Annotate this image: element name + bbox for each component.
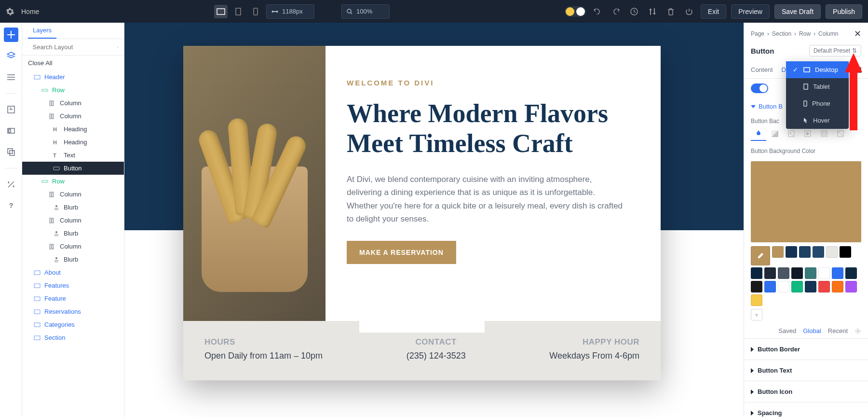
palette-color[interactable] bbox=[845, 267, 857, 279]
palette-color[interactable] bbox=[764, 281, 776, 292]
palette-color[interactable] bbox=[751, 267, 762, 279]
redo-button[interactable] bbox=[609, 5, 623, 18]
palette-color[interactable] bbox=[751, 294, 762, 306]
tree-reservations[interactable]: Reservations bbox=[22, 305, 124, 318]
palette-color[interactable] bbox=[751, 281, 762, 292]
search-layout-input[interactable] bbox=[33, 43, 114, 51]
palette-color[interactable] bbox=[778, 281, 789, 292]
palette-color[interactable] bbox=[813, 246, 824, 258]
rail-icon-6[interactable] bbox=[4, 145, 18, 159]
rail-icon-3[interactable] bbox=[4, 70, 18, 84]
device-option-hover[interactable]: Hover bbox=[786, 112, 849, 129]
save-draft-button[interactable]: Save Draft bbox=[774, 4, 821, 19]
tree-heading[interactable]: HHeading bbox=[22, 123, 124, 136]
device-option-phone[interactable]: Phone bbox=[786, 95, 849, 112]
acc-border[interactable]: Button Border bbox=[744, 338, 868, 360]
add-color-button[interactable]: + bbox=[751, 309, 762, 320]
device-phone-button[interactable] bbox=[249, 5, 262, 18]
power-icon[interactable] bbox=[682, 5, 696, 18]
palette-color[interactable] bbox=[832, 267, 843, 279]
close-panel-icon[interactable]: ✕ bbox=[854, 28, 861, 39]
bc-column[interactable]: Column bbox=[818, 30, 838, 37]
bc-page[interactable]: Page bbox=[751, 30, 764, 37]
tree-column[interactable]: Column bbox=[22, 240, 124, 253]
bg-tab-video[interactable] bbox=[800, 127, 815, 141]
filter-global[interactable]: Global bbox=[803, 327, 821, 334]
responsive-icon[interactable] bbox=[854, 67, 861, 73]
tree-column[interactable]: Column bbox=[22, 188, 124, 201]
palette-color[interactable] bbox=[799, 246, 811, 258]
palette-color[interactable] bbox=[805, 281, 816, 292]
color-preview[interactable] bbox=[751, 161, 861, 242]
tree-row[interactable]: Row bbox=[22, 175, 124, 188]
bc-section[interactable]: Section bbox=[772, 30, 791, 37]
tree-row[interactable]: Row bbox=[22, 83, 124, 97]
filter-recent[interactable]: Recent bbox=[828, 327, 848, 334]
palette-color[interactable] bbox=[764, 267, 776, 279]
enable-toggle[interactable] bbox=[751, 83, 768, 93]
bc-row[interactable]: Row bbox=[799, 30, 811, 37]
theme-toggle[interactable] bbox=[565, 6, 586, 17]
palette-color[interactable] bbox=[832, 281, 843, 292]
bg-tab-gradient[interactable] bbox=[767, 127, 783, 141]
tree-column[interactable]: Column bbox=[22, 214, 124, 227]
trash-icon[interactable] bbox=[664, 5, 678, 18]
tree-blurb[interactable]: Blurb bbox=[22, 201, 124, 214]
device-option-desktop[interactable]: ✓ Desktop bbox=[786, 61, 849, 78]
zoom-input[interactable]: 100% bbox=[341, 4, 390, 19]
palette-color[interactable] bbox=[826, 246, 838, 258]
palette-color[interactable] bbox=[772, 246, 784, 258]
tree-feature[interactable]: Feature bbox=[22, 292, 124, 305]
palette-color[interactable] bbox=[786, 246, 797, 258]
preset-button[interactable]: Default Preset⇅ bbox=[809, 45, 861, 56]
canvas-width-input[interactable]: 1188px bbox=[266, 4, 314, 19]
bg-tab-pattern[interactable] bbox=[816, 127, 832, 141]
acc-text[interactable]: Button Text bbox=[744, 360, 868, 381]
device-option-tablet[interactable]: Tablet bbox=[786, 78, 849, 95]
help-icon[interactable]: ? bbox=[4, 198, 18, 213]
page-name[interactable]: Home bbox=[21, 8, 39, 15]
palette-settings-icon[interactable] bbox=[854, 328, 861, 334]
bg-tab-image[interactable] bbox=[784, 127, 799, 141]
tree-column[interactable]: Column bbox=[22, 110, 124, 123]
cta-button[interactable]: MAKE A RESERVATION bbox=[347, 241, 456, 264]
tree-features[interactable]: Features bbox=[22, 279, 124, 292]
undo-button[interactable] bbox=[591, 5, 604, 18]
rail-icon-5[interactable] bbox=[4, 124, 18, 138]
tree-categories[interactable]: Categories bbox=[22, 318, 124, 331]
publish-button[interactable]: Publish bbox=[826, 4, 862, 19]
palette-edit[interactable] bbox=[751, 246, 770, 265]
design-tab[interactable]: D bbox=[782, 61, 786, 78]
tools-icon[interactable] bbox=[4, 177, 18, 192]
palette-color[interactable] bbox=[818, 267, 830, 279]
palette-color[interactable] bbox=[805, 267, 816, 279]
tree-blurb[interactable]: Blurb bbox=[22, 253, 124, 266]
palette-color[interactable] bbox=[791, 281, 803, 292]
settings-gear-icon[interactable] bbox=[6, 7, 14, 16]
palette-color[interactable] bbox=[818, 281, 830, 292]
add-button[interactable] bbox=[4, 28, 18, 42]
palette-color[interactable] bbox=[840, 246, 851, 258]
layers-rail-icon[interactable] bbox=[4, 49, 18, 63]
device-tablet-button[interactable] bbox=[231, 5, 245, 18]
tree-button-selected[interactable]: Button bbox=[22, 162, 124, 175]
exit-button[interactable]: Exit bbox=[701, 4, 726, 19]
palette-color[interactable] bbox=[845, 281, 857, 292]
tree-section[interactable]: Section bbox=[22, 331, 124, 344]
content-tab[interactable]: Content bbox=[751, 61, 773, 78]
rail-icon-4[interactable] bbox=[4, 102, 18, 117]
tree-heading[interactable]: HHeading bbox=[22, 136, 124, 149]
bg-tab-color[interactable] bbox=[751, 127, 766, 141]
tree-text[interactable]: TText bbox=[22, 149, 124, 162]
sort-icon[interactable] bbox=[646, 5, 659, 18]
tree-blurb[interactable]: Blurb bbox=[22, 227, 124, 240]
acc-spacing[interactable]: Spacing bbox=[744, 402, 868, 417]
filter-saved[interactable]: Saved bbox=[778, 327, 796, 334]
device-desktop-button[interactable] bbox=[214, 5, 228, 18]
acc-icon[interactable]: Button Icon bbox=[744, 381, 868, 402]
palette-color[interactable] bbox=[791, 267, 803, 279]
canvas[interactable]: WELCOME TO DIVI Where Modern Flavors Mee… bbox=[124, 23, 744, 417]
layers-tab[interactable]: Layers bbox=[28, 23, 56, 39]
tree-about[interactable]: About bbox=[22, 266, 124, 279]
history-icon[interactable] bbox=[627, 5, 641, 18]
